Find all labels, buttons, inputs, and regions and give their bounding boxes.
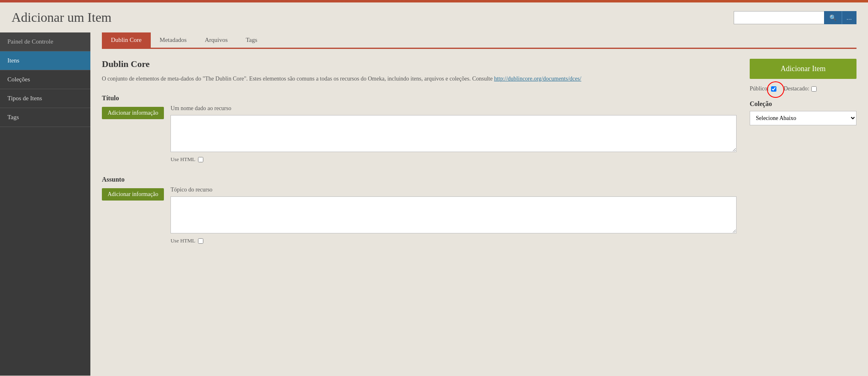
assunto-textarea[interactable] [170, 196, 737, 233]
tabs: Dublin Core Metadados Arquivos Tags [102, 32, 856, 49]
field-assunto-desc: Tópico do recurso [170, 187, 737, 193]
featured-label: Destacado: [784, 85, 809, 92]
sidebar-item-tipos[interactable]: Tipos de Itens [0, 89, 90, 108]
search-bar: 🔍 … [734, 11, 856, 24]
add-info-assunto-button[interactable]: Adicionar informação [102, 188, 164, 201]
assunto-use-html-checkbox[interactable] [198, 238, 203, 244]
field-titulo: Título Adicionar informação Um nome dado… [102, 95, 737, 163]
assunto-use-html-row: Use HTML [170, 238, 737, 244]
add-info-titulo-button[interactable]: Adicionar informação [102, 107, 164, 119]
more-button[interactable]: … [842, 11, 856, 24]
featured-checkbox-group: Destacado: [784, 85, 817, 92]
sidebar-item-itens[interactable]: Itens [0, 51, 90, 70]
field-titulo-label: Título [102, 95, 737, 102]
sidebar-item-colecoes[interactable]: Coleções [0, 70, 90, 89]
field-assunto-label: Assunto [102, 176, 737, 183]
public-checkbox-group: Público: [750, 85, 776, 92]
content-left: Dublin Core O conjunto de elementos de m… [102, 59, 737, 257]
field-titulo-input-wrap: Um nome dado ao recurso Use HTML [170, 105, 737, 163]
content-right: Adicionar Item Público: Destacado: Coleç… [750, 59, 856, 257]
main-content: Dublin Core Metadados Arquivos Tags Dubl… [90, 32, 868, 376]
public-label: Público: [750, 85, 769, 92]
field-titulo-row: Adicionar informação Um nome dado ao rec… [102, 105, 737, 163]
titulo-use-html-checkbox[interactable] [198, 157, 203, 162]
titulo-use-html-row: Use HTML [170, 156, 737, 163]
collection-select[interactable]: Selecione Abaixo [750, 111, 856, 125]
titulo-textarea[interactable] [170, 115, 737, 152]
section-heading: Dublin Core [102, 59, 737, 69]
public-checkbox[interactable] [771, 86, 776, 92]
sidebar: Painel de Controle Itens Coleções Tipos … [0, 32, 90, 376]
sidebar-item-painel[interactable]: Painel de Controle [0, 32, 90, 51]
public-circle [771, 86, 776, 92]
search-button[interactable]: 🔍 [824, 11, 842, 24]
featured-checkbox[interactable] [811, 86, 817, 92]
header: Adicionar um Item 🔍 … [0, 2, 868, 32]
collection-label: Coleção [750, 100, 856, 108]
field-assunto-input-wrap: Tópico do recurso Use HTML [170, 187, 737, 244]
tab-tags[interactable]: Tags [237, 32, 266, 48]
layout: Painel de Controle Itens Coleções Tipos … [0, 32, 868, 376]
add-item-button[interactable]: Adicionar Item [750, 59, 856, 79]
field-titulo-desc: Um nome dado ao recurso [170, 105, 737, 112]
assunto-use-html-label: Use HTML [170, 238, 195, 244]
section-description: O conjunto de elementos de meta-dados do… [102, 74, 737, 83]
dublin-core-link[interactable]: http://dublincore.org/documents/dces/ [494, 76, 581, 82]
sidebar-item-tags[interactable]: Tags [0, 108, 90, 127]
field-assunto-row: Adicionar informação Tópico do recurso U… [102, 187, 737, 244]
titulo-use-html-label: Use HTML [170, 156, 195, 163]
content-area: Dublin Core O conjunto de elementos de m… [102, 59, 856, 257]
tab-arquivos[interactable]: Arquivos [196, 32, 237, 48]
public-featured-row: Público: Destacado: [750, 85, 856, 92]
tab-metadados[interactable]: Metadados [151, 32, 196, 48]
field-assunto: Assunto Adicionar informação Tópico do r… [102, 176, 737, 244]
tab-dublin-core[interactable]: Dublin Core [102, 32, 151, 48]
search-input[interactable] [734, 11, 824, 24]
page-title: Adicionar um Item [12, 10, 111, 25]
